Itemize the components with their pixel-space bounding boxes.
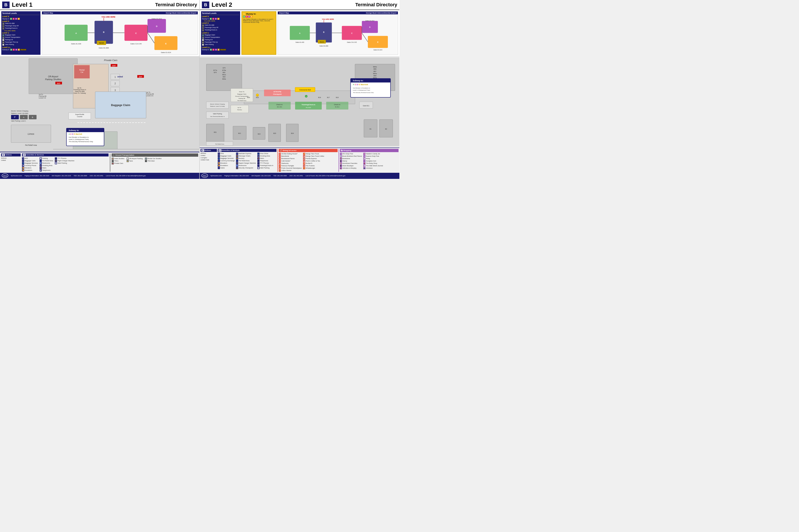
level1-row: Level 1: 🧳Baggage Claim 🚌Ground Transpor…	[2, 32, 40, 46]
panel2-airlines: B Airlines Airlines: United Lounges: Uni…	[201, 149, 217, 172]
panel2-floor-map: B75 B79a B81 B81a B83 B83a B77a B76 BB6a…	[200, 56, 399, 148]
svg-line-103	[362, 33, 368, 42]
panel1-info-section: Terminal Levels Level 3: Skyway to: A C …	[0, 10, 199, 56]
svg-text:B75: B75	[223, 67, 225, 69]
svg-text:B: B	[103, 31, 104, 33]
svg-text:Pet Relief Area: Pet Relief Area	[237, 100, 246, 101]
svg-text:BB6a: BB6a	[373, 66, 377, 68]
svg-text:B21-B31: B21-B31	[277, 106, 282, 108]
svg-text:Gates B1-B88: Gates B1-B88	[75, 91, 85, 92]
panel1-amenities: B Amenities & Services ⊕AED 🛒Baggage Car…	[22, 153, 109, 172]
svg-text:Pet Relief Area: Pet Relief Area	[25, 144, 37, 146]
svg-text:♟ Security: ♟ Security	[273, 91, 281, 93]
svg-text:A: A	[299, 32, 301, 34]
svg-text:EXIT: EXIT	[112, 65, 116, 67]
svg-line-15	[147, 33, 155, 43]
svg-text:3: 3	[114, 89, 116, 92]
panel2-shopping: 🛍 Shopping 🛍ATU Duty Free 👔Brook Brother…	[339, 149, 399, 172]
svg-text:Up To -: Up To -	[238, 107, 242, 108]
panel2-amenities: B Amenities & Services $ATM 🛒Baggage Car…	[218, 149, 276, 172]
panel2-terminal-dir: Terminal Directory	[355, 2, 397, 7]
svg-text:B30: B30	[247, 97, 250, 98]
panel-level2: B Level 2 Terminal Directory Terminal Le…	[200, 0, 399, 179]
svg-text:Subway to:: Subway to:	[69, 129, 79, 132]
panel1-badge: B	[2, 1, 10, 8]
floor-map-svg: Off-Airport Parking Shuttles Private Car…	[0, 56, 199, 152]
hometown-favorites-item: 🏠Hometown Favorites	[340, 162, 362, 165]
phones-item: 👓Sunglass Icon	[363, 160, 383, 162]
footer-uso: USO: 281-443-2451	[90, 175, 103, 176]
svg-text:B18: B18	[318, 97, 321, 98]
svg-text:B31: B31	[214, 132, 217, 133]
panel2-info-section: Terminal Levels Level 3: Skyway to: A C …	[200, 10, 399, 56]
svg-text:B: B	[32, 116, 33, 118]
svg-text:HAA: HAA	[3, 175, 7, 177]
footer-logo: HAA	[2, 173, 8, 178]
footer-tdd: TDD: 281-230-3089	[74, 175, 87, 176]
svg-text:Gates B1-B88: Gates B1-B88	[99, 47, 109, 49]
svg-text:B24: B24	[291, 133, 294, 134]
svg-text:-Pre-Security Terminal Access : -Pre-Security Terminal Access Only-	[69, 141, 93, 142]
panel1-bottom-directory: B Airlines Airlines: United B Amenities …	[0, 152, 199, 173]
fresh-gourmet-item: 🥗Fresh-Gourmet Marketplace	[279, 167, 302, 169]
security-checkpoint-item: 🔒Security Checkpoint	[236, 167, 256, 169]
svg-text:Parking AB: Parking AB	[39, 95, 46, 97]
svg-text:Level LL (Underground Train): Level LL (Underground Train)	[69, 139, 89, 140]
svg-text:Gates E1-E24: Gates E1-E24	[161, 52, 171, 54]
svg-text:B79a: B79a	[222, 70, 226, 71]
panel2-badge: B	[202, 1, 209, 8]
svg-text:Check-In:: Check-In:	[334, 104, 341, 106]
svg-text:Baggage Claim: Baggage Claim	[237, 93, 247, 95]
svg-text:Off-Airport: Off-Airport	[48, 75, 58, 78]
svg-text:B1-B11: B1-B11	[335, 106, 340, 108]
footer-lost: Lost & Found: 281-230-3299 or has.iahlos…	[106, 175, 146, 176]
svg-rect-146	[295, 102, 322, 110]
svg-text:United: United	[117, 76, 123, 78]
footer2-lost: Lost & Found: 281-230-3299 or has.iahlos…	[306, 175, 345, 176]
footer2-tdd: TDD: 281-230-3089	[273, 175, 287, 176]
panel2-skyway-box: 🟡 Skyway to: A C D E Use Station Elevato…	[241, 11, 276, 55]
footer2-iah: IAH Dispatch: 281-230-3100	[252, 175, 271, 176]
footer-paging: Paging & Information: 281-230-3100	[24, 175, 49, 176]
svg-text:B83: B83	[223, 76, 225, 78]
svg-text:Use Terminal Elevator or: Use Terminal Elevator or	[210, 116, 225, 117]
footer2-website: fly2houston.com	[211, 175, 222, 176]
svg-text:C: C	[351, 32, 352, 34]
svg-text:B77a: B77a	[213, 70, 217, 71]
svg-text:BB6: BB6	[374, 68, 377, 70]
svg-text:Ground Transportation: Ground Transportation	[235, 95, 249, 97]
svg-text:BB5a: BB5a	[373, 73, 377, 75]
svg-text:B17: B17	[327, 97, 330, 98]
panel1-floor-map: Off-Airport Parking Shuttles Private Car…	[0, 56, 199, 152]
svg-rect-152	[326, 102, 348, 110]
svg-text:Levels 2-8: Levels 2-8	[146, 95, 153, 97]
footer2-paging: Paging & Information: 281-230-3100	[224, 175, 249, 176]
svg-text:D: D	[156, 25, 158, 27]
svg-text:YOU ARE HERE: YOU ARE HERE	[102, 16, 115, 18]
telephones-item: 📞Telephones	[257, 160, 273, 162]
svg-text:A: A	[75, 32, 77, 34]
svg-text:Parking Shuttles: Parking Shuttles	[45, 78, 61, 81]
panel2-airport-map: Airport Map George Bush Intercontinental…	[277, 11, 398, 55]
svg-text:HAA: HAA	[203, 175, 207, 177]
airport-map-svg: YOU ARE HERE B A C D	[42, 14, 198, 54]
panel1-header: B Level 1 Terminal Directory	[0, 0, 199, 10]
svg-text:Gates C41-C45: Gates C41-C45	[347, 41, 357, 43]
svg-text:B83a: B83a	[222, 78, 226, 80]
svg-text:B: B	[323, 31, 325, 33]
svg-text:B23: B23	[273, 133, 276, 134]
svg-text:B76: B76	[214, 72, 217, 73]
svg-text:Up To -: Up To -	[146, 92, 151, 93]
svg-text:Nursery: Nursery	[237, 109, 242, 110]
svg-text:B22: B22	[258, 133, 260, 135]
footer-iah: IAH Dispatch: 281-230-3100	[52, 175, 71, 176]
svg-text:E: E	[165, 42, 167, 45]
panel1-airlines: B Airlines Airlines: United	[1, 153, 21, 172]
svg-text:BB7: BB7	[374, 71, 377, 72]
svg-text:P: P	[14, 116, 16, 118]
svg-text:Marriott: Marriott	[99, 42, 104, 44]
level3-row: Level 3: Skyway to: A C D E	[2, 15, 40, 20]
panel2-terminal-levels: Terminal Levels Level 3: Skyway to: A C …	[201, 11, 240, 55]
footer2-uso: USO: 281-443-2451	[289, 175, 303, 176]
mango-taco-coffee-item: ☕Mango Taco Truck Coffee	[303, 155, 324, 157]
